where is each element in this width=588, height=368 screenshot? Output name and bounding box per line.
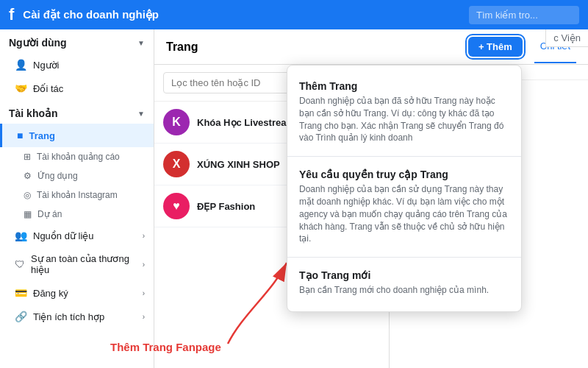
content-header: Trang + Thêm Chi tiết [154,29,588,65]
sidebar-item-tien-ich-label: Tiện ích tích hợp [33,311,104,322]
sidebar-item-su-an-toan[interactable]: 🛡 Sự an toàn của thương hiệu › [0,247,154,281]
content-title: Trang [166,40,198,54]
sidebar-item-nguon-du-lieu[interactable]: 👥 Nguồn dữ liệu › [0,224,154,247]
sidebar-item-nguon-du-lieu-label: Nguồn dữ liệu [33,230,94,241]
page-name: ĐẸP Fashion [197,201,255,212]
app-icon: ⚙ [24,171,32,181]
page-avatar: X [163,151,190,177]
sidebar-item-tai-khoan-qc-label: Tài khoản quảng cáo [37,152,120,162]
search-input[interactable] [469,6,579,24]
chevron-down-icon-2: ▼ [137,110,145,118]
partners-icon: 🤝 [15,82,27,94]
sidebar-item-tai-khoan-qc[interactable]: ⊞ Tài khoản quảng cáo [0,147,154,166]
safety-icon: 🛡 [15,258,25,270]
sidebar-item-nguoi[interactable]: 👤 Người [0,53,154,77]
sidebar-item-instagram-label: Tài khoản Instagram [37,190,118,200]
right-header-text: c Viện [545,29,588,47]
sidebar-item-doi-tac[interactable]: 🤝 Đối tác [0,77,154,100]
sidebar-item-instagram[interactable]: ◎ Tài khoản Instagram [0,185,154,205]
dropdown-item-desc: Bạn cần Trang mới cho doanh nghiệp của m… [299,284,509,297]
dropdown-divider [287,156,521,157]
sidebar-section-accounts-label: Tài khoản [9,107,58,119]
dropdown-item-title: Thêm Trang [299,80,509,92]
dropdown-item-title: Tạo Trang mới [299,269,509,281]
topbar: f Cài đặt cho doanh nghiệp [0,0,588,29]
sidebar-section-accounts[interactable]: Tài khoản ▼ [0,100,154,124]
sidebar-item-du-an-label: Dự án [37,209,62,219]
sidebar-item-du-an[interactable]: ▦ Dự án [0,205,154,224]
dropdown-item-2[interactable]: Tạo Trang mới Bạn cần Trang mới cho doan… [287,261,521,305]
sidebar-item-trang-label: Trang [29,130,54,141]
dropdown-item-desc: Doanh nghiệp của bạn đã sở hữu Trang này… [299,95,509,144]
sidebar: Người dùng ▼ 👤 Người 🤝 Đối tác Tài khoản… [0,29,154,368]
sidebar-item-dang-ky[interactable]: 💳 Đăng ký › [0,281,154,305]
dropdown-items: Thêm Trang Doanh nghiệp của bạn đã sở hữ… [287,71,521,305]
data-icon: 👥 [15,230,27,241]
page-icon: ■ [17,130,23,141]
sidebar-section-users[interactable]: Người dùng ▼ [0,29,154,53]
dropdown-item-desc: Doanh nghiệp của bạn cần sử dụng Trang n… [299,183,509,245]
page-name: XÚNG XINH SHOP [197,159,280,170]
sidebar-item-nguoi-label: Người [33,60,60,71]
facebook-logo-icon: f [9,5,14,24]
sidebar-item-ung-dung-label: Ứng dụng [37,171,78,181]
integration-icon: 🔗 [15,311,27,322]
sidebar-item-doi-tac-label: Đối tác [33,83,63,94]
chevron-right-icon-2: › [143,261,145,269]
dropdown-item-0[interactable]: Thêm Trang Doanh nghiệp của bạn đã sở hữ… [287,71,521,153]
sidebar-item-dang-ky-label: Đăng ký [33,288,68,299]
chevron-right-icon-4: › [143,313,145,321]
sidebar-item-ung-dung[interactable]: ⚙ Ứng dụng [0,166,154,185]
sidebar-item-su-an-toan-label: Sự an toàn của thương hiệu [31,253,143,275]
dropdown-item-1[interactable]: Yêu cầu quyền truy cập Trang Doanh nghiệ… [287,160,521,254]
instagram-icon: ◎ [24,190,31,200]
dropdown-item-title: Yêu cầu quyền truy cập Trang [299,169,509,180]
ad-account-icon: ⊞ [24,152,31,162]
page-avatar: ♥ [163,193,190,219]
sidebar-item-tien-ich[interactable]: 🔗 Tiện ích tích hợp › [0,305,154,328]
chevron-right-icon-3: › [143,289,145,297]
project-icon: ▦ [24,209,32,219]
dropdown-divider [287,257,521,258]
page-avatar: K [163,109,190,135]
sidebar-item-trang[interactable]: ■ Trang [0,124,154,147]
page-title: Cài đặt cho doanh nghiệp [23,8,469,21]
add-button[interactable]: + Thêm [468,37,523,57]
chevron-right-icon: › [143,232,145,240]
billing-icon: 💳 [15,287,27,299]
dropdown-popup: Thêm Trang Doanh nghiệp của bạn đã sở hữ… [287,65,522,312]
chevron-down-icon: ▼ [137,39,145,47]
user-icon: 👤 [15,59,27,71]
sidebar-section-users-label: Người dùng [9,37,67,49]
